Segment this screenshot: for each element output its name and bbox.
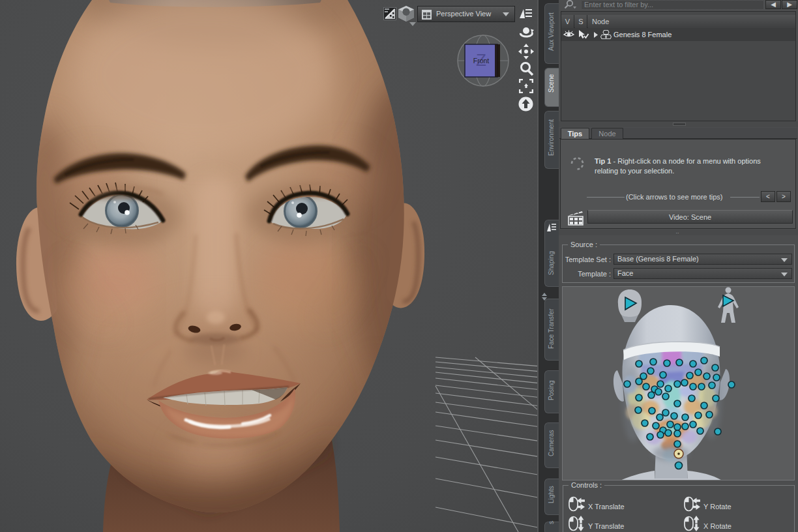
svg-text:Front: Front [473,57,490,65]
